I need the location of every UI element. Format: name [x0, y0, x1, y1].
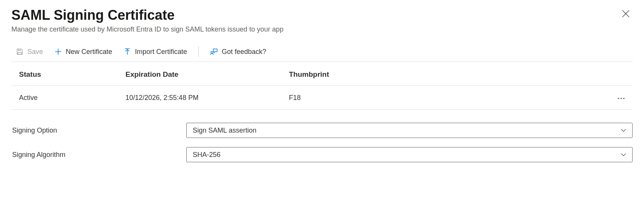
import-certificate-label: Import Certificate [135, 48, 187, 56]
close-button[interactable] [619, 7, 633, 22]
toolbar-divider [198, 46, 199, 57]
save-button: Save [16, 48, 43, 56]
signing-algorithm-label: Signing Algorithm [11, 151, 186, 159]
chevron-down-icon [621, 153, 626, 156]
page-title: SAML Signing Certificate [11, 7, 619, 23]
table-row[interactable]: Active 10/12/2026, 2:55:48 PM F18 [11, 86, 633, 110]
feedback-button[interactable]: Got feedback? [210, 48, 266, 56]
save-label: Save [27, 48, 43, 56]
upload-icon [124, 48, 131, 55]
signing-algorithm-row: Signing Algorithm SHA-256 [11, 147, 633, 162]
svg-point-9 [623, 98, 625, 99]
column-header-status[interactable]: Status [19, 70, 125, 79]
signing-option-label: Signing Option [11, 127, 186, 135]
form-section: Signing Option Sign SAML assertion Signi… [11, 123, 633, 162]
command-bar: Save New Certificate Import Certificate [11, 43, 633, 62]
cell-expiration: 10/12/2026, 2:55:48 PM [125, 94, 289, 102]
svg-point-6 [211, 51, 213, 53]
signing-algorithm-value: SHA-256 [193, 151, 621, 159]
header-text: SAML Signing Certificate Manage the cert… [11, 7, 619, 33]
signing-option-row: Signing Option Sign SAML assertion [11, 123, 633, 138]
svg-point-7 [618, 98, 619, 99]
plus-icon [54, 48, 62, 55]
panel-header: SAML Signing Certificate Manage the cert… [11, 7, 633, 33]
row-more-actions-button[interactable] [614, 93, 628, 103]
column-header-thumbprint[interactable]: Thumbprint [289, 70, 633, 79]
new-certificate-button[interactable]: New Certificate [54, 48, 112, 56]
signing-algorithm-select[interactable]: SHA-256 [186, 147, 633, 162]
new-certificate-label: New Certificate [66, 48, 112, 56]
more-icon [617, 94, 625, 101]
feedback-label: Got feedback? [222, 48, 266, 56]
import-certificate-button[interactable]: Import Certificate [124, 48, 187, 56]
cell-thumbprint: F18 [289, 94, 614, 102]
signing-option-value: Sign SAML assertion [193, 127, 621, 135]
table-header-row: Status Expiration Date Thumbprint [11, 62, 633, 86]
certificate-table: Status Expiration Date Thumbprint Active… [11, 62, 633, 110]
chevron-down-icon [621, 129, 626, 132]
feedback-icon [210, 48, 218, 55]
save-icon [16, 48, 24, 55]
column-header-expiration[interactable]: Expiration Date [125, 70, 289, 79]
page-subtitle: Manage the certificate used by Microsoft… [11, 25, 619, 33]
cell-status: Active [19, 94, 125, 102]
close-icon [622, 10, 630, 19]
svg-point-8 [620, 98, 622, 99]
signing-option-select[interactable]: Sign SAML assertion [186, 123, 633, 138]
